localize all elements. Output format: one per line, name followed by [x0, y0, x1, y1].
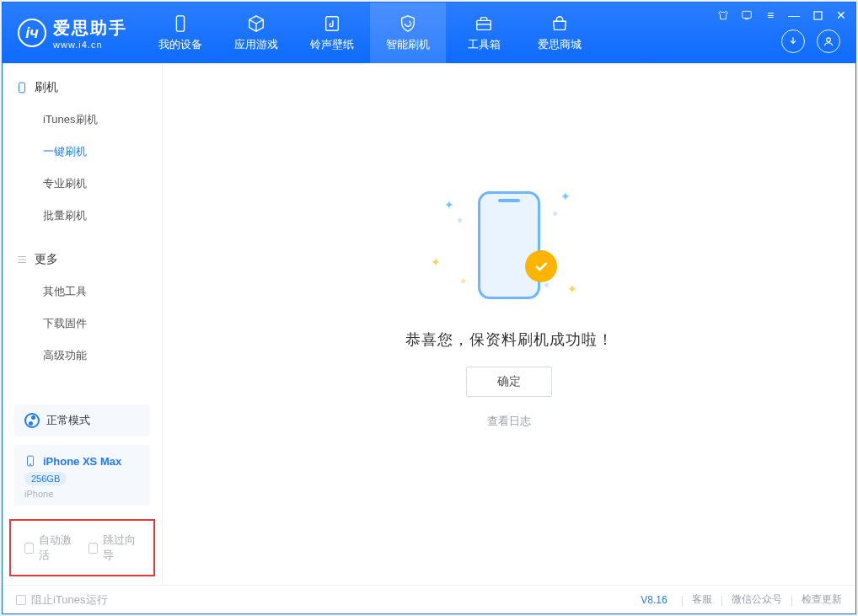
toolbox-icon	[474, 13, 494, 34]
svg-rect-1	[326, 17, 339, 31]
main-content: ✦ ✦ ✦ ✦ 恭喜您，保资料刷机成功啦！ 确定 查看日志	[163, 63, 855, 585]
tab-toolbox[interactable]: 工具箱	[446, 3, 522, 63]
device-row[interactable]: iPhone XS Max 256GB iPhone	[14, 445, 150, 506]
check-badge-icon	[525, 250, 557, 282]
tab-ringtone-wallpaper[interactable]: 铃声壁纸	[294, 3, 370, 63]
group-title: 刷机	[35, 80, 58, 95]
sidebar-item-download-firmware[interactable]: 下载固件	[3, 308, 162, 340]
checkbox-block-itunes[interactable]: 阻止iTunes运行	[16, 592, 108, 608]
device-panel: 正常模式 iPhone XS Max 256GB iPhone	[3, 396, 162, 514]
statusbar-right: V8.16 | 客服 | 微信公众号 | 检查更新	[641, 592, 842, 607]
checkbox-label: 自动激活	[39, 533, 76, 563]
close-button[interactable]: ✕	[834, 8, 849, 23]
sparkle-icon: ✦	[560, 190, 571, 203]
sparkle-icon: ✦	[444, 198, 454, 212]
main-tabs: 我的设备 应用游戏 铃声壁纸 智能刷机 工具箱 爱思商城	[142, 3, 598, 63]
group-title: 更多	[35, 252, 58, 267]
sidebar-group-more: 更多 其他工具 下载固件 高级功能	[3, 235, 162, 375]
device-icon	[170, 13, 190, 34]
sidebar-item-batch-flash[interactable]: 批量刷机	[3, 200, 162, 232]
sidebar: 刷机 iTunes刷机 一键刷机 专业刷机 批量刷机 更多 其他工具 下载固件 …	[3, 63, 163, 585]
checkbox-box	[24, 543, 34, 554]
mode-row[interactable]: 正常模式	[14, 404, 150, 437]
tab-label: 工具箱	[468, 37, 501, 52]
sparkle-icon: ✦	[431, 255, 441, 269]
device-name: iPhone XS Max	[43, 455, 121, 468]
list-icon	[16, 254, 28, 265]
app-name: 爱思助手	[53, 17, 127, 40]
logo-icon: iч	[18, 19, 46, 47]
success-panel: ✦ ✦ ✦ ✦ 恭喜您，保资料刷机成功啦！ 确定 查看日志	[405, 178, 614, 429]
titlebar: iч 爱思助手 www.i4.cn 我的设备 应用游戏 铃声壁纸 智能刷机	[3, 3, 855, 63]
checkbox-label: 跳过向导	[103, 533, 140, 563]
status-link-support[interactable]: 客服	[692, 592, 712, 607]
checkbox-skip-guide[interactable]: 跳过向导	[88, 533, 141, 563]
tab-label: 铃声壁纸	[310, 37, 354, 52]
phone-graphic	[478, 191, 540, 299]
sidebar-group-flash: 刷机 iTunes刷机 一键刷机 专业刷机 批量刷机	[3, 63, 162, 235]
checkbox-auto-activate[interactable]: 自动激活	[24, 533, 77, 563]
tab-label: 应用游戏	[234, 37, 278, 52]
app-url: www.i4.cn	[53, 40, 127, 50]
user-actions	[781, 29, 840, 53]
music-icon	[322, 13, 342, 34]
feedback-icon[interactable]	[739, 8, 754, 23]
phone-outline-icon	[16, 82, 28, 94]
group-head-more: 更多	[3, 247, 162, 276]
maximize-button[interactable]	[810, 8, 825, 23]
store-icon	[550, 13, 570, 34]
svg-rect-2	[477, 20, 491, 29]
checkbox-box	[88, 543, 98, 554]
body: 刷机 iTunes刷机 一键刷机 专业刷机 批量刷机 更多 其他工具 下载固件 …	[3, 63, 855, 585]
tab-store[interactable]: 爱思商城	[522, 3, 598, 63]
window-controls: ≡ — ✕	[716, 8, 849, 23]
tab-my-device[interactable]: 我的设备	[142, 3, 218, 63]
device-type: iPhone	[24, 489, 53, 499]
device-storage: 256GB	[24, 472, 67, 485]
status-link-update[interactable]: 检查更新	[802, 592, 842, 607]
highlighted-checkbox-row: 自动激活 跳过向导	[9, 519, 155, 576]
svg-point-8	[29, 464, 30, 465]
app-logo: iч 爱思助手 www.i4.cn	[3, 17, 137, 50]
ok-button[interactable]: 确定	[466, 367, 552, 397]
group-head-flash: 刷机	[3, 75, 162, 104]
statusbar: 阻止iTunes运行 V8.16 | 客服 | 微信公众号 | 检查更新	[3, 585, 855, 613]
success-illustration: ✦ ✦ ✦ ✦	[421, 178, 598, 313]
tab-label: 爱思商城	[538, 37, 582, 52]
sidebar-item-advanced[interactable]: 高级功能	[3, 340, 162, 372]
download-button[interactable]	[781, 29, 805, 53]
tab-label: 我的设备	[158, 37, 202, 52]
svg-rect-6	[19, 83, 25, 93]
minimize-button[interactable]: —	[786, 8, 802, 23]
app-window: iч 爱思助手 www.i4.cn 我的设备 应用游戏 铃声壁纸 智能刷机	[2, 2, 856, 614]
svg-rect-3	[743, 11, 752, 18]
sidebar-item-itunes-flash[interactable]: iTunes刷机	[3, 104, 162, 136]
cube-icon	[246, 13, 266, 34]
svg-rect-0	[176, 16, 184, 31]
shirt-icon[interactable]	[716, 8, 731, 23]
success-message: 恭喜您，保资料刷机成功啦！	[405, 329, 614, 350]
checkbox-box	[16, 595, 26, 605]
sidebar-item-other-tools[interactable]: 其他工具	[3, 276, 162, 308]
mode-label: 正常模式	[46, 413, 90, 428]
sidebar-item-oneclick-flash[interactable]: 一键刷机	[3, 136, 162, 168]
tab-apps-games[interactable]: 应用游戏	[218, 3, 294, 63]
version-label: V8.16	[641, 594, 667, 606]
tab-label: 智能刷机	[386, 37, 430, 52]
svg-point-5	[827, 38, 831, 42]
sparkle-icon: ✦	[567, 282, 577, 296]
tab-smart-flash[interactable]: 智能刷机	[370, 3, 446, 63]
status-link-wechat[interactable]: 微信公众号	[732, 592, 782, 607]
account-button[interactable]	[817, 29, 840, 53]
menu-icon[interactable]: ≡	[763, 8, 778, 23]
shield-refresh-icon	[398, 13, 418, 34]
device-phone-icon	[24, 453, 36, 469]
checkbox-label: 阻止iTunes运行	[31, 592, 108, 608]
svg-rect-4	[813, 11, 821, 19]
sidebar-item-pro-flash[interactable]: 专业刷机	[3, 168, 162, 200]
view-log-link[interactable]: 查看日志	[487, 414, 531, 429]
mode-icon	[24, 413, 40, 428]
